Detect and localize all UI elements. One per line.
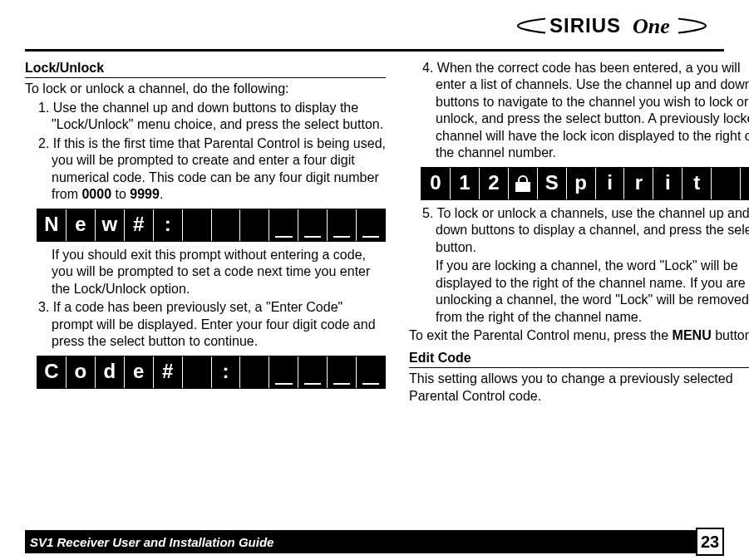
logo-model-text: One bbox=[633, 14, 670, 38]
intro-text: To lock or unlock a channel, do the foll… bbox=[25, 81, 386, 97]
lcd-cell: o bbox=[67, 356, 96, 388]
lcd-cell: 1 bbox=[451, 168, 480, 199]
lcd-cell: p bbox=[567, 168, 596, 199]
sirius-one-logo: SIRIUS One bbox=[516, 11, 707, 41]
lcd-cell: # bbox=[154, 356, 183, 388]
lcd-cell bbox=[741, 168, 749, 199]
lcd-cell: t bbox=[682, 168, 712, 199]
header-row: SIRIUS One bbox=[25, 4, 724, 49]
step-2-text-c: to bbox=[111, 187, 130, 201]
lcd-cell: e bbox=[125, 356, 154, 388]
lcd-cell bbox=[183, 209, 212, 241]
lcd-cell: 2 bbox=[480, 168, 509, 199]
lcd-cell: w bbox=[96, 209, 125, 241]
lcd-cell bbox=[357, 356, 385, 388]
lcd-enter-code: Code#: bbox=[37, 356, 386, 389]
logo-brand-text: SIRIUS bbox=[549, 14, 621, 37]
lcd-cell: r bbox=[624, 168, 653, 199]
lcd-cell: i bbox=[653, 168, 682, 199]
lcd-cell bbox=[298, 209, 328, 241]
content-columns: Lock/Unlock To lock or unlock a channel,… bbox=[25, 60, 724, 406]
lcd-cell: d bbox=[96, 356, 125, 388]
lcd-cell: S bbox=[538, 168, 567, 199]
page-number: 23 bbox=[696, 528, 724, 556]
footer-title: SV1 Receiver User and Installation Guide bbox=[30, 535, 719, 549]
lcd-cell: : bbox=[154, 209, 183, 241]
note-after-lcd1: If you should exit this prompt without e… bbox=[25, 247, 386, 297]
footer-bar: SV1 Receiver User and Installation Guide bbox=[25, 530, 724, 553]
lcd-cell bbox=[240, 356, 269, 388]
exit-text-c: button. bbox=[712, 328, 749, 342]
step-4: 4. When the correct code has been entere… bbox=[409, 60, 749, 162]
lcd-cell bbox=[183, 356, 212, 388]
step-1: 1. Use the channel up and down buttons t… bbox=[25, 100, 386, 134]
step-2-code-max: 9999 bbox=[130, 187, 160, 201]
lcd-cell bbox=[328, 356, 357, 388]
right-column: 4. When the correct code has been entere… bbox=[409, 60, 749, 406]
lcd-cell: C bbox=[37, 356, 67, 388]
step-2-text-e: . bbox=[160, 187, 163, 201]
lcd-cell bbox=[269, 209, 298, 241]
step-2: 2. If this is the first time that Parent… bbox=[25, 135, 386, 204]
step-2-code-min: 0000 bbox=[81, 187, 111, 201]
lcd-cell: # bbox=[125, 209, 154, 241]
lcd-cell bbox=[269, 356, 298, 388]
lcd-cell: e bbox=[67, 209, 96, 241]
lcd-cell bbox=[712, 168, 741, 199]
lcd-channel-locked: 012Spirit bbox=[421, 167, 749, 200]
step-5-note: If you are locking a channel, the word "… bbox=[409, 258, 749, 326]
lcd-cell: 0 bbox=[421, 168, 451, 199]
lcd-cell bbox=[328, 209, 357, 241]
exit-text-a: To exit the Parental Control menu, press… bbox=[409, 328, 673, 342]
step-5: 5. To lock or unlock a channels, use the… bbox=[409, 205, 749, 256]
lcd-cell: i bbox=[596, 168, 625, 199]
lcd-cell bbox=[212, 209, 241, 241]
section-head-edit-code: Edit Code bbox=[409, 350, 749, 368]
lcd-cell: N bbox=[37, 209, 67, 241]
lcd-cell bbox=[357, 209, 385, 241]
lock-icon bbox=[509, 168, 538, 199]
lcd-cell: : bbox=[212, 356, 241, 388]
left-column: Lock/Unlock To lock or unlock a channel,… bbox=[25, 60, 386, 406]
section-head-lock-unlock: Lock/Unlock bbox=[25, 60, 386, 78]
exit-instruction: To exit the Parental Control menu, press… bbox=[409, 327, 749, 344]
lcd-cell bbox=[240, 209, 269, 241]
lcd-new-code: New#: bbox=[37, 209, 386, 242]
header-rule bbox=[25, 49, 724, 52]
edit-code-body: This setting allows you to change a prev… bbox=[409, 371, 749, 405]
footer: SV1 Receiver User and Installation Guide… bbox=[0, 530, 749, 553]
lcd-cell bbox=[298, 356, 328, 388]
page: SIRIUS One Lock/Unlock To lock or unlock… bbox=[0, 0, 749, 406]
step-3: 3. If a code has been previously set, a … bbox=[25, 299, 386, 350]
exit-menu-label: MENU bbox=[673, 328, 712, 342]
